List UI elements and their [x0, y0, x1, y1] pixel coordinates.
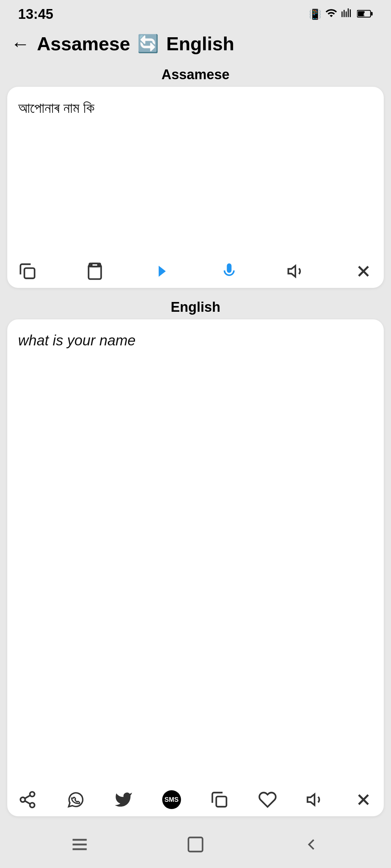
target-language-heading: English	[7, 294, 384, 319]
translated-text: what is your name	[18, 329, 373, 489]
source-card: আপোনাৰ নাম কি	[7, 87, 384, 288]
whatsapp-button[interactable]	[66, 790, 85, 809]
svg-rect-2	[358, 11, 365, 16]
signal-icon	[341, 7, 353, 22]
status-icons: 📳	[309, 7, 373, 22]
svg-marker-6	[289, 266, 296, 277]
svg-rect-3	[24, 268, 34, 278]
result-clear-button[interactable]	[354, 790, 373, 809]
svg-line-12	[25, 801, 30, 804]
svg-point-9	[30, 792, 35, 796]
swap-languages-icon[interactable]: 🔄	[137, 34, 159, 54]
twitter-button[interactable]	[114, 790, 133, 809]
vibrate-icon: 📳	[309, 8, 321, 20]
svg-rect-1	[371, 12, 373, 15]
copy-result-button[interactable]	[210, 790, 229, 809]
status-bar: 13:45 📳	[0, 0, 391, 26]
svg-point-10	[21, 797, 25, 802]
wifi-icon	[325, 7, 337, 22]
svg-point-11	[30, 803, 35, 808]
back-button[interactable]: ←	[11, 33, 30, 55]
microphone-button[interactable]	[220, 262, 239, 281]
result-actions-bar: SMS	[18, 784, 373, 809]
svg-rect-21	[189, 838, 203, 852]
paste-button[interactable]	[85, 262, 104, 281]
battery-icon	[357, 9, 373, 20]
source-language-heading: Assamese	[7, 62, 384, 87]
source-language-label[interactable]: Assamese	[37, 33, 130, 55]
source-speaker-button[interactable]	[287, 262, 306, 281]
target-language-label[interactable]: English	[166, 33, 234, 55]
copy-source-button[interactable]	[18, 262, 37, 281]
source-text[interactable]: আপোনাৰ নাম কি	[18, 97, 373, 256]
svg-rect-5	[92, 263, 98, 267]
svg-marker-15	[308, 794, 315, 805]
nav-home-button[interactable]	[186, 835, 205, 857]
source-clear-button[interactable]	[354, 262, 373, 281]
result-card: what is your name	[7, 319, 384, 816]
nav-back-button[interactable]	[302, 835, 321, 857]
translate-button[interactable]	[152, 262, 171, 281]
share-button[interactable]	[18, 790, 37, 809]
bottom-navigation	[0, 826, 391, 868]
toolbar: ← Assamese 🔄 English	[0, 26, 391, 62]
nav-menu-button[interactable]	[70, 835, 89, 857]
result-speaker-button[interactable]	[306, 790, 325, 809]
sms-button[interactable]: SMS	[162, 790, 181, 809]
main-content: Assamese আপোনাৰ নাম কি	[0, 62, 391, 826]
source-actions-bar	[18, 256, 373, 281]
svg-rect-14	[216, 796, 227, 807]
status-time: 13:45	[18, 7, 53, 22]
favorite-button[interactable]	[258, 790, 277, 809]
svg-line-13	[25, 795, 30, 799]
